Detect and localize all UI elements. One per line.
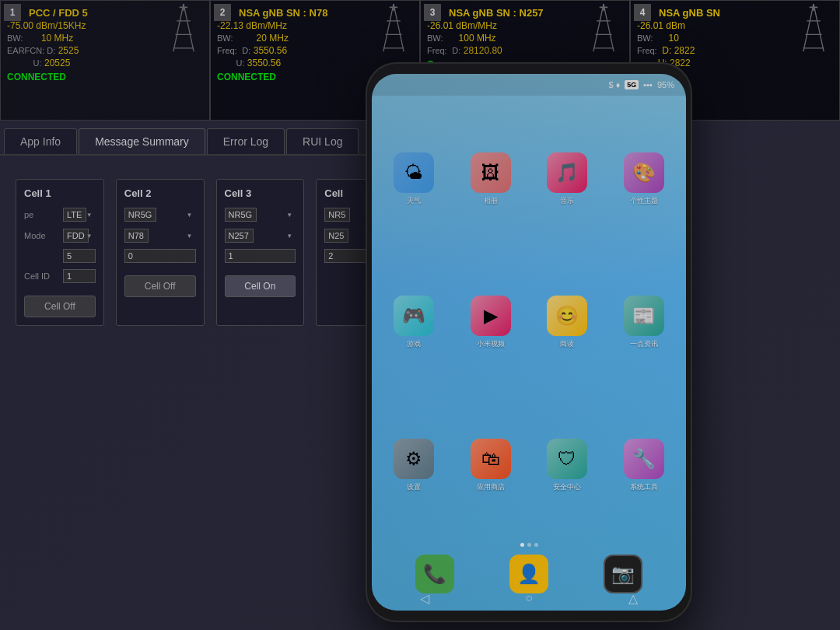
cell1-btn[interactable]: Cell Off	[24, 296, 96, 317]
app-weather-label: 天气	[407, 196, 421, 206]
battery-icon: $ ♦	[608, 80, 620, 89]
tab-error-log[interactable]: Error Log	[207, 128, 285, 154]
app-news[interactable]: 📰 一点资讯	[610, 254, 679, 390]
cell1-id-row: Cell ID 1	[24, 269, 96, 283]
app-security-label: 安全中心	[553, 482, 581, 492]
cell-col-3-title: Cell 3	[225, 187, 296, 199]
app-video-label: 小米视频	[477, 339, 505, 349]
cell2-band-select-wrapper: N78	[124, 228, 196, 243]
cell2-type-select-wrapper: NR5G	[124, 207, 196, 222]
svg-line-0	[173, 4, 184, 51]
app-weather-icon: 🌤	[394, 152, 434, 193]
cell1-id-val: 1	[63, 269, 96, 283]
app-read-icon: 😊	[547, 296, 587, 336]
tower-icon-3	[584, 4, 623, 58]
cell2-id-row: 0	[124, 249, 196, 263]
app-music-label: 音乐	[560, 196, 574, 206]
cell-col-2: Cell 2 NR5G N78 0 Cell Off	[116, 179, 205, 326]
app-tools-label: 系统工具	[630, 482, 658, 492]
app-read-label: 阅读	[560, 339, 574, 349]
tab-app-info[interactable]: App Info	[4, 128, 77, 154]
app-games-label: 游戏	[407, 339, 421, 349]
app-games-icon: 🎮	[394, 296, 434, 336]
signal-5g-icon: 5G	[625, 80, 639, 89]
nav-recent[interactable]: △	[628, 591, 638, 606]
cell2-type-row: NR5G	[124, 207, 196, 222]
app-music[interactable]: 🎵 音乐	[533, 111, 602, 247]
cell-col-2-title: Cell 2	[124, 187, 196, 199]
cell-col-1-title: Cell 1	[24, 187, 96, 199]
app-security-icon: 🛡	[547, 439, 587, 479]
phone-screen: $ ♦ 5G ▪▪▪ 95% 🌤 天气 🖼 相册 🎵 音乐	[372, 74, 686, 611]
cell2-band-row: N78	[124, 228, 196, 243]
dot-3	[534, 543, 538, 547]
cell2-btn[interactable]: Cell Off	[124, 275, 196, 297]
cell3-type-row: NR5G	[225, 207, 296, 222]
app-video-icon: ▶	[471, 296, 511, 336]
cell3-band-select-wrapper: N257	[225, 228, 296, 243]
cell1-id-label: Cell ID	[24, 271, 63, 281]
cell-config-grid: Cell 1 pe LTE Mode FDD 5	[16, 179, 404, 326]
app-photos[interactable]: 🖼 相册	[457, 111, 526, 247]
app-settings[interactable]: ⚙ 设置	[380, 397, 449, 533]
app-tools[interactable]: 🔧 系统工具	[610, 397, 679, 533]
tab-rui-log[interactable]: RUI Log	[286, 128, 359, 154]
cell-badge-1: 1	[4, 4, 21, 21]
svg-line-7	[383, 4, 394, 51]
cell1-mode-select[interactable]: FDD	[63, 229, 89, 243]
app-photos-icon: 🖼	[471, 152, 511, 193]
cell1-type-select-wrapper: LTE	[63, 207, 96, 222]
cell1-type-select[interactable]: LTE	[63, 208, 86, 222]
app-weather[interactable]: 🌤 天气	[380, 111, 449, 247]
phone-status-bar: $ ♦ 5G ▪▪▪ 95%	[372, 74, 686, 96]
cell3-id-row: 1	[225, 249, 296, 263]
cell-col-1: Cell 1 pe LTE Mode FDD 5	[16, 179, 104, 326]
cell2-band-select[interactable]: N78	[124, 229, 149, 243]
app-read[interactable]: 😊 阅读	[533, 254, 602, 390]
cell1-type-label: pe	[24, 210, 63, 219]
cell3-type-select[interactable]: NR5G	[225, 208, 257, 222]
tab-bar: App Info Message Summary Error Log RUI L…	[0, 121, 420, 156]
cell-badge-3: 3	[424, 4, 441, 21]
cell4-type-select[interactable]: NR5	[324, 208, 350, 222]
cell1-band-row: 5	[24, 249, 96, 263]
svg-line-8	[394, 4, 404, 51]
cell4-band-select[interactable]: N25	[324, 229, 348, 243]
cell-col-3: Cell 3 NR5G N257 1 Cell On	[216, 179, 305, 326]
app-store[interactable]: 🛍 应用商店	[457, 397, 526, 533]
nav-home[interactable]: ○	[525, 591, 533, 605]
svg-line-15	[604, 4, 614, 51]
tower-icon-1	[164, 4, 203, 58]
app-video[interactable]: ▶ 小米视频	[457, 254, 526, 390]
cell-badge-4: 4	[634, 4, 651, 21]
cell1-band-val: 5	[63, 249, 96, 263]
phone-device: $ ♦ 5G ▪▪▪ 95% 🌤 天气 🖼 相册 🎵 音乐	[366, 62, 692, 622]
cell1-mode-row: Mode FDD	[24, 228, 96, 243]
app-security[interactable]: 🛡 安全中心	[533, 397, 602, 533]
main-content: Cell 1 pe LTE Mode FDD 5	[0, 156, 420, 630]
battery-level-icon: ▪▪▪	[643, 80, 653, 89]
cell1-type-row: pe LTE	[24, 207, 96, 222]
cell2-type-select[interactable]: NR5G	[124, 208, 156, 222]
phone-nav-bar: ◁ ○ △	[372, 586, 686, 611]
tab-message-summary[interactable]: Message Summary	[79, 128, 205, 154]
app-theme-icon: 🎨	[624, 152, 664, 193]
cell3-btn[interactable]: Cell On	[225, 275, 296, 297]
nav-back[interactable]: ◁	[420, 591, 429, 606]
cell3-type-select-wrapper: NR5G	[225, 207, 296, 222]
phone-app-grid: 🌤 天气 🖼 相册 🎵 音乐 🎨 个性主题 🎮 游戏	[372, 96, 686, 548]
cell3-band-select[interactable]: N257	[225, 229, 254, 243]
app-tools-icon: 🔧	[624, 439, 664, 479]
svg-line-14	[593, 4, 604, 51]
app-settings-label: 设置	[407, 482, 421, 492]
cell3-id-val: 1	[225, 249, 296, 263]
app-theme[interactable]: 🎨 个性主题	[610, 111, 679, 247]
cell1-earfcn-u: U: 20525	[7, 58, 203, 68]
dot-1	[520, 543, 524, 547]
svg-line-22	[814, 4, 824, 51]
battery-percent: 95%	[657, 80, 674, 89]
app-games[interactable]: 🎮 游戏	[380, 254, 449, 390]
tower-icon-2	[374, 4, 413, 58]
cell1-mode-label: Mode	[24, 231, 63, 240]
app-store-label: 应用商店	[477, 482, 505, 492]
